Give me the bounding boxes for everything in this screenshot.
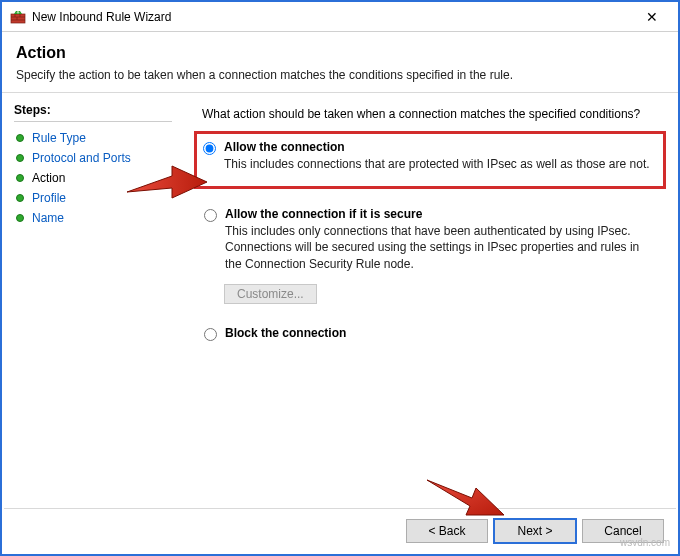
radio-allow[interactable]: [203, 142, 216, 155]
radio-block[interactable]: [204, 328, 217, 341]
step-link[interactable]: Profile: [32, 191, 66, 205]
step-bullet-icon: [16, 154, 24, 162]
titlebar: New Inbound Rule Wizard ✕: [2, 2, 678, 32]
firewall-icon: [10, 9, 26, 25]
step-bullet-icon: [16, 174, 24, 182]
step-name[interactable]: Name: [14, 208, 182, 228]
back-button[interactable]: < Back: [406, 519, 488, 543]
customize-button: Customize...: [224, 284, 317, 304]
steps-list: Rule Type Protocol and Ports Action Prof…: [14, 128, 182, 228]
step-bullet-icon: [16, 194, 24, 202]
option-title: Allow the connection if it is secure: [225, 207, 658, 221]
wizard-body: Steps: Rule Type Protocol and Ports Acti…: [2, 93, 678, 505]
step-rule-type[interactable]: Rule Type: [14, 128, 182, 148]
step-profile[interactable]: Profile: [14, 188, 182, 208]
page-title: Action: [16, 44, 664, 62]
content-panel: What action should be taken when a conne…: [182, 93, 678, 505]
option-title: Block the connection: [225, 326, 346, 340]
close-icon: ✕: [646, 9, 658, 25]
content-prompt: What action should be taken when a conne…: [202, 107, 658, 121]
svg-rect-0: [11, 14, 25, 23]
window-title: New Inbound Rule Wizard: [32, 10, 171, 24]
option-desc: This includes only connections that have…: [225, 223, 658, 272]
step-link[interactable]: Protocol and Ports: [32, 151, 131, 165]
steps-header: Steps:: [14, 99, 172, 122]
option-allow[interactable]: Allow the connection This includes conne…: [194, 131, 666, 189]
wizard-footer: < Back Next > Cancel: [4, 508, 676, 552]
option-block[interactable]: Block the connection: [202, 326, 658, 341]
option-title: Allow the connection: [224, 140, 650, 154]
step-label: Action: [32, 171, 65, 185]
option-desc: This includes connections that are prote…: [224, 156, 650, 172]
step-bullet-icon: [16, 134, 24, 142]
page-subtitle: Specify the action to be taken when a co…: [16, 68, 664, 82]
steps-panel: Steps: Rule Type Protocol and Ports Acti…: [2, 93, 182, 505]
option-allow-secure[interactable]: Allow the connection if it is secure Thi…: [202, 207, 658, 304]
wizard-header: Action Specify the action to be taken wh…: [2, 32, 678, 93]
step-bullet-icon: [16, 214, 24, 222]
svg-point-7: [17, 11, 19, 13]
step-protocol-ports[interactable]: Protocol and Ports: [14, 148, 182, 168]
step-action: Action: [14, 168, 182, 188]
watermark: wsvdn.com: [620, 537, 670, 548]
radio-allow-secure[interactable]: [204, 209, 217, 222]
close-button[interactable]: ✕: [632, 3, 672, 31]
next-button[interactable]: Next >: [494, 519, 576, 543]
step-link[interactable]: Name: [32, 211, 64, 225]
step-link[interactable]: Rule Type: [32, 131, 86, 145]
